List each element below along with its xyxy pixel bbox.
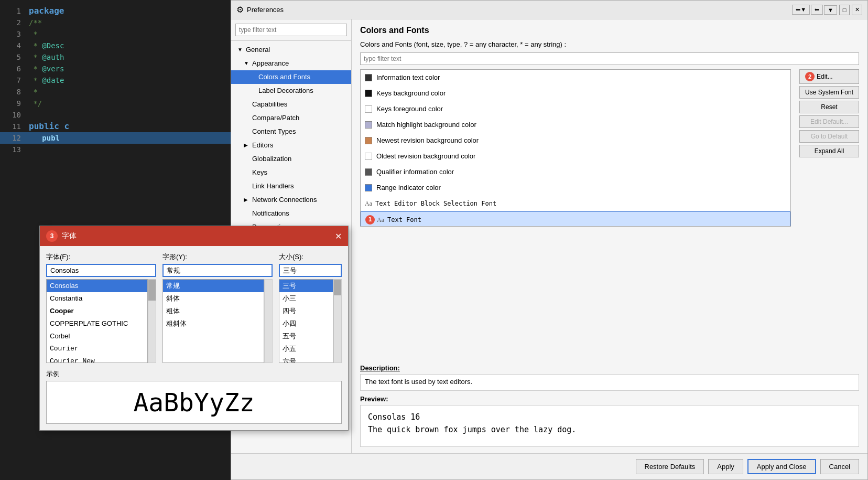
size-list-item[interactable]: 五号	[279, 330, 333, 343]
font-style-col: 字形(Y): 常规 斜体 粗体 粗斜体	[162, 252, 273, 363]
font-preview-text: AaBbYyZz	[133, 388, 254, 417]
reset-button[interactable]: Reset	[799, 101, 859, 113]
search-input[interactable]	[235, 24, 347, 36]
tree-colors-fonts[interactable]: Colors and Fonts	[231, 70, 351, 84]
font-dialog-title: 字体	[62, 231, 77, 241]
style-list-item[interactable]: 斜体	[163, 292, 264, 305]
font-dialog-titlebar: 3 字体 ✕	[40, 226, 348, 246]
tree-general[interactable]: ▼ General	[231, 43, 351, 57]
style-list[interactable]: 常规 斜体 粗体 粗斜体	[162, 279, 264, 363]
color-swatch	[365, 74, 372, 81]
bottom-buttons: Restore Defaults Apply Apply and Close C…	[231, 453, 867, 479]
search-container	[231, 19, 351, 41]
font-list-item[interactable]: Courier New	[47, 355, 147, 363]
tree-keys[interactable]: Keys	[231, 166, 351, 179]
size-list-item[interactable]: 小三	[279, 292, 333, 305]
panel-title: Colors and Fonts	[360, 26, 859, 35]
size-list-scrollbar	[333, 279, 342, 363]
style-list-item[interactable]: 粗体	[163, 305, 264, 317]
size-list-item[interactable]: 小五	[279, 343, 333, 355]
size-list[interactable]: 三号 小三 四号 小四 五号 小五 六号 小六	[279, 279, 333, 363]
color-swatch	[365, 90, 372, 97]
preview-line2: The quick brown fox jumps over the lazy …	[368, 423, 851, 436]
font-style-label: 字形(Y):	[162, 252, 273, 262]
size-list-item[interactable]: 小四	[279, 317, 333, 330]
nav-forward-btn[interactable]: ⬅	[811, 5, 823, 15]
font-dialog-close-btn[interactable]: ✕	[335, 231, 342, 241]
list-item[interactable]: Qualifier information color	[361, 164, 790, 180]
list-item[interactable]: Match highlight background color	[361, 117, 790, 133]
nav-back-btn[interactable]: ⬅▼	[792, 5, 810, 15]
font-family-input[interactable]	[46, 264, 156, 277]
colors-list[interactable]: Information text color Keys background c…	[360, 69, 791, 227]
font-family-col: 字体(F): Consolas Constantia Cooper COPPER…	[46, 252, 156, 363]
preferences-title: Preferences	[247, 6, 792, 14]
list-item[interactable]: Keys foreground color	[361, 101, 790, 117]
font-list-item[interactable]: Courier	[47, 343, 147, 355]
tree-content-types[interactable]: Content Types	[231, 125, 351, 138]
font-list-scrollbar	[148, 279, 156, 363]
tree-network-connections[interactable]: ▶ Network Connections	[231, 193, 351, 207]
style-list-container: 常规 斜体 粗体 粗斜体	[162, 279, 273, 363]
close-btn[interactable]: ✕	[852, 5, 862, 15]
font-list-item[interactable]: Constantia	[47, 292, 147, 305]
tree-appearance[interactable]: ▼ Appearance	[231, 57, 351, 70]
font-family-label: 字体(F):	[46, 252, 156, 262]
list-item[interactable]: Range indicator color	[361, 180, 790, 196]
apply-button[interactable]: Apply	[708, 459, 743, 474]
expand-all-button[interactable]: Expand All	[799, 145, 859, 157]
font-list-item[interactable]: Corbel	[47, 330, 147, 343]
nav-dropdown-btn[interactable]: ▼	[824, 5, 837, 15]
colors-filter-input[interactable]	[360, 52, 859, 65]
description-text: The text font is used by text editors.	[360, 374, 859, 391]
color-swatch	[365, 137, 372, 144]
color-swatch	[365, 168, 372, 176]
font-preview-section: 示例 AaBbYyZz	[46, 369, 342, 424]
list-item-text-font[interactable]: 1 Aa Text Font	[361, 211, 790, 227]
preview-label: Preview:	[360, 395, 859, 403]
font-list-item[interactable]: COPPERPLATE GOTHIC	[47, 317, 147, 330]
font-style-input[interactable]	[162, 264, 273, 277]
style-list-item[interactable]: 粗斜体	[163, 317, 264, 330]
size-list-item[interactable]: 四号	[279, 305, 333, 317]
font-dialog: 3 字体 ✕ 字体(F): Consolas Constantia Cooper…	[39, 226, 349, 431]
font-size-input[interactable]	[279, 264, 342, 277]
cancel-button[interactable]: Cancel	[820, 459, 859, 474]
panel-subtitle: Colors and Fonts (font, size, type, ? = …	[360, 40, 859, 48]
go-to-default-button[interactable]: Go to Default	[799, 130, 859, 143]
style-list-item[interactable]: 常规	[163, 280, 264, 292]
font-aa-icon: Aa	[365, 198, 372, 209]
tree-capabilities[interactable]: Capabilities	[231, 98, 351, 111]
edit-default-button[interactable]: Edit Default...	[799, 115, 859, 128]
list-item[interactable]: Keys background color	[361, 86, 790, 101]
tree-link-handlers[interactable]: Link Handlers	[231, 179, 351, 193]
restore-defaults-button[interactable]: Restore Defaults	[636, 459, 704, 474]
tree-globalization[interactable]: Globalization	[231, 152, 351, 166]
apply-and-close-button[interactable]: Apply and Close	[747, 459, 816, 474]
scrollbar-thumb	[334, 280, 341, 295]
color-swatch	[365, 184, 372, 191]
size-list-item[interactable]: 三号	[279, 280, 333, 292]
tree-label-decorations[interactable]: Label Decorations	[231, 84, 351, 98]
color-swatch	[365, 105, 372, 113]
use-system-font-button[interactable]: Use System Font	[799, 86, 859, 99]
size-list-item[interactable]: 六号	[279, 355, 333, 363]
font-list-item[interactable]: Cooper	[47, 305, 147, 317]
edit-button[interactable]: 2 Edit...	[799, 69, 859, 84]
list-item[interactable]: Newest revision background color	[361, 133, 790, 148]
list-item[interactable]: Aa Text Editor Block Selection Font	[361, 196, 790, 211]
style-list-scrollbar	[264, 279, 273, 363]
font-list[interactable]: Consolas Constantia Cooper COPPERPLATE G…	[46, 279, 148, 363]
font-list-item[interactable]: Consolas	[47, 280, 147, 292]
tree-compare-patch[interactable]: Compare/Patch	[231, 111, 351, 125]
tree-notifications[interactable]: Notifications	[231, 207, 351, 220]
list-item[interactable]: Oldest revision background color	[361, 148, 790, 164]
tree-editors[interactable]: ▶ Editors	[231, 138, 351, 152]
description-section: Description: The text font is used by te…	[360, 364, 859, 391]
badge-1: 1	[365, 215, 375, 225]
font-list-container: Consolas Constantia Cooper COPPERPLATE G…	[46, 279, 156, 363]
list-item[interactable]: Information text color	[361, 70, 790, 86]
maximize-btn[interactable]: □	[839, 5, 850, 15]
scrollbar-thumb	[148, 280, 156, 301]
badge-2: 2	[805, 72, 815, 81]
